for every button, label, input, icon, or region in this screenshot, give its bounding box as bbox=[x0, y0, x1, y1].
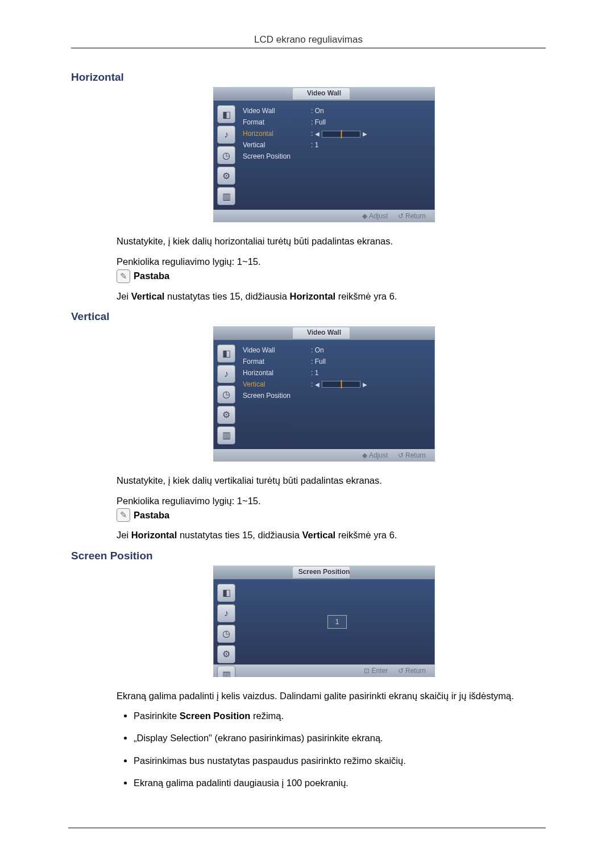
row-horizontal-value: : ◀ ▶ bbox=[311, 130, 367, 138]
row-vertical-label: Vertical bbox=[243, 380, 311, 388]
menu-icon-picture: ◧ bbox=[217, 584, 235, 602]
row-horizontal-label: Horizontal bbox=[243, 369, 311, 377]
arrow-right-icon: ▶ bbox=[363, 131, 367, 137]
row-format-label: Format bbox=[243, 358, 311, 366]
menu-icon-picture: ◧ bbox=[217, 344, 235, 363]
menu-icon-info: ▥ bbox=[217, 187, 235, 205]
horizontal-desc1: Nustatykite, į kiek dalių horizontaliai … bbox=[117, 235, 546, 247]
note-label: Pastaba bbox=[134, 510, 169, 521]
menu-icon-multi: ⚙ bbox=[217, 406, 235, 424]
vertical-note-text: Jei Horizontal nustatytas ties 15, didži… bbox=[117, 529, 546, 541]
bullet-item: Ekraną galima padalinti daugiausia į 100… bbox=[134, 777, 546, 789]
section-title-screen-position: Screen Position bbox=[71, 550, 546, 562]
screen-position-desc: Ekraną galima padalinti į kelis vaizdus.… bbox=[117, 690, 546, 702]
vertical-slider[interactable]: ◀ ▶ bbox=[315, 381, 367, 388]
section-title-vertical: Vertical bbox=[71, 310, 546, 323]
horizontal-slider[interactable]: ◀ ▶ bbox=[315, 131, 367, 138]
bullet-item: Pasirinkimas bus nustatytas paspaudus pa… bbox=[134, 755, 546, 767]
page-header: LCD ekrano reguliavimas bbox=[71, 34, 546, 45]
menu-icon-sound: ♪ bbox=[217, 126, 235, 144]
row-format-value: : Full bbox=[311, 118, 326, 126]
footer-return: ↺ Return bbox=[398, 451, 426, 459]
row-video-wall-value: : On bbox=[311, 107, 324, 115]
row-format-label: Format bbox=[243, 118, 311, 126]
horizontal-desc2: Penkiolika reguliavimo lygių: 1~15. bbox=[117, 255, 546, 268]
osd-title: Screen Position bbox=[213, 568, 435, 576]
arrow-right-icon: ▶ bbox=[363, 381, 367, 388]
menu-icon-setup: ◷ bbox=[217, 146, 235, 164]
footer-return: ↺ Return bbox=[398, 212, 426, 220]
osd-panel-vertical: Video Wall ◧ ♪ ◷ ⚙ ▥ Video Wall : On For bbox=[213, 326, 435, 462]
bullet-item: Pasirinkite Screen Position režimą. bbox=[134, 710, 546, 722]
bullet-item: „Display Selection" (ekrano pasirinkimas… bbox=[134, 732, 546, 744]
screen-position-bullets: Pasirinkite Screen Position režimą. „Dis… bbox=[117, 710, 546, 790]
note-icon: ✎ bbox=[117, 269, 130, 283]
footer-adjust: ◆ Adjust bbox=[362, 451, 388, 459]
note-icon: ✎ bbox=[117, 508, 130, 522]
menu-icon-sound: ♪ bbox=[217, 604, 235, 622]
osd-title: Video Wall bbox=[213, 89, 435, 97]
row-screen-position-label: Screen Position bbox=[243, 152, 311, 160]
vertical-desc1: Nustatykite, į kiek dalių vertikaliai tu… bbox=[117, 474, 546, 487]
menu-icon-multi: ⚙ bbox=[217, 167, 235, 185]
row-vertical-value: : ◀ ▶ bbox=[311, 380, 367, 388]
osd-title: Video Wall bbox=[213, 329, 435, 337]
row-vertical-label: Vertical bbox=[243, 141, 311, 149]
row-horizontal-label: Horizontal bbox=[243, 130, 311, 138]
row-video-wall-label: Video Wall bbox=[243, 346, 311, 354]
section-title-horizontal: Horizontal bbox=[71, 71, 546, 84]
row-video-wall-value: : On bbox=[311, 346, 324, 354]
osd-panel-horizontal: Video Wall ◧ ♪ ◷ ⚙ ▥ Video Wall : On For bbox=[213, 87, 435, 222]
vertical-desc2: Penkiolika reguliavimo lygių: 1~15. bbox=[117, 495, 546, 507]
row-horizontal-value: : 1 bbox=[311, 369, 318, 377]
menu-icon-multi: ⚙ bbox=[217, 645, 235, 663]
menu-icon-info: ▥ bbox=[217, 666, 235, 677]
osd-panel-screen-position: Screen Position ◧ ♪ ◷ ⚙ ▥ 1 ⊡ Enter ↺ Re… bbox=[213, 566, 435, 677]
horizontal-note-text: Jei Vertical nustatytas ties 15, didžiau… bbox=[117, 290, 546, 302]
header-divider bbox=[71, 48, 546, 48]
screen-position-box[interactable]: 1 bbox=[327, 615, 347, 629]
footer-enter: ⊡ Enter bbox=[364, 667, 388, 675]
menu-icon-info: ▥ bbox=[217, 426, 235, 445]
menu-icon-picture: ◧ bbox=[217, 105, 235, 123]
footer-divider bbox=[68, 828, 546, 828]
arrow-left-icon: ◀ bbox=[315, 131, 320, 137]
footer-adjust: ◆ Adjust bbox=[362, 212, 388, 220]
row-screen-position-label: Screen Position bbox=[243, 392, 311, 400]
menu-icon-sound: ♪ bbox=[217, 365, 235, 383]
row-format-value: : Full bbox=[311, 358, 326, 366]
note-label: Pastaba bbox=[134, 271, 169, 281]
menu-icon-setup: ◷ bbox=[217, 625, 235, 643]
menu-icon-setup: ◷ bbox=[217, 385, 235, 404]
row-video-wall-label: Video Wall bbox=[243, 107, 311, 115]
row-vertical-value: : 1 bbox=[311, 141, 318, 149]
arrow-left-icon: ◀ bbox=[315, 381, 320, 388]
footer-return: ↺ Return bbox=[398, 667, 426, 675]
